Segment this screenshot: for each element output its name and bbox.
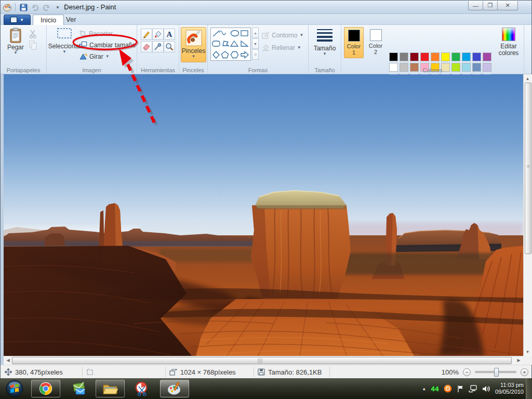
tray-time: 11:03 pm xyxy=(495,382,524,389)
redo-icon[interactable] xyxy=(42,3,51,12)
brushes-button[interactable]: Pinceles ▼ xyxy=(181,27,206,62)
paint-taskbar-icon xyxy=(167,381,182,396)
copy-icon[interactable] xyxy=(29,41,37,52)
size-lines-icon xyxy=(316,28,334,42)
windows-start-orb-icon xyxy=(6,380,23,397)
scroll-down-arrow[interactable]: ▼ xyxy=(524,348,531,356)
size-button[interactable]: Tamaño ▼ xyxy=(313,28,337,56)
tray-temperature-monitor[interactable]: 44 xyxy=(431,385,439,393)
tab-ver[interactable]: Ver xyxy=(59,14,84,25)
zoom-in-button[interactable]: + xyxy=(521,368,528,376)
color1-button[interactable]: Color1 xyxy=(344,27,364,58)
vertical-scrollbar[interactable]: ▲ ≡ ▼ xyxy=(523,74,532,365)
crop-button[interactable]: Recortar xyxy=(79,30,113,37)
crop-icon xyxy=(79,30,87,37)
color-picker-tool[interactable] xyxy=(152,41,164,52)
desktop: ▼ Desert.jpg - Paint — ❐ ✕ ▼ Inicio Ver xyxy=(0,0,532,399)
rotate-dropdown-icon: ▼ xyxy=(105,55,110,59)
scroll-right-arrow[interactable]: ▶ xyxy=(515,356,523,364)
taskbar-explorer-button[interactable] xyxy=(96,380,125,397)
qat-separator xyxy=(15,3,16,11)
taskbar-paint-button[interactable] xyxy=(160,380,189,397)
status-bar: 380, 475píxeles 1024 × 768píxeles Tamaño… xyxy=(1,365,531,378)
scroll-left-arrow[interactable]: ◀ xyxy=(4,356,12,364)
cursor-position-icon xyxy=(5,368,12,376)
application-menu-button[interactable]: ▼ xyxy=(4,15,31,25)
magnifier-tool[interactable] xyxy=(164,41,175,52)
close-button[interactable]: ✕ xyxy=(497,1,518,10)
customize-qat-dropdown-icon[interactable]: ▼ xyxy=(53,3,62,12)
outline-button[interactable]: Contorno ▼ xyxy=(262,31,303,39)
taskbar-snipping-tool-button[interactable] xyxy=(128,380,157,397)
color1-swatch xyxy=(348,30,360,42)
tray-clock[interactable]: 11:03 pm 09/05/2010 xyxy=(495,382,524,395)
eraser-tool[interactable] xyxy=(141,41,152,52)
scroll-up-arrow[interactable]: ▲ xyxy=(524,75,531,83)
desert-image xyxy=(4,74,523,356)
resize-icon xyxy=(79,41,87,49)
pencil-icon xyxy=(142,30,151,38)
group-herramientas: A Herramientas xyxy=(137,25,179,74)
mail-icon xyxy=(71,381,87,396)
taskbar-mail-button[interactable] xyxy=(64,380,94,397)
color2-swatch xyxy=(370,29,382,41)
tray-volume-icon[interactable] xyxy=(482,385,490,393)
fill-shape-icon xyxy=(262,44,270,51)
select-button[interactable]: Seleccionar ▼ xyxy=(50,28,79,54)
zoom-slider-thumb[interactable] xyxy=(494,368,499,377)
vertical-scroll-thumb[interactable]: ≡ xyxy=(525,83,531,254)
horizontal-scrollbar[interactable]: ◀ ||| ▶ xyxy=(4,356,523,365)
tray-action-center-flag-icon[interactable] xyxy=(457,385,464,393)
shapes-scroll-up[interactable]: ▲ xyxy=(252,28,259,38)
shapes-more-button[interactable]: ⍗ xyxy=(252,49,259,60)
select-dropdown-icon: ▼ xyxy=(62,50,66,54)
save-icon[interactable] xyxy=(19,3,28,12)
fill-shape-dropdown-icon: ▼ xyxy=(297,46,301,50)
app-menu-arrow-icon: ▼ xyxy=(20,18,24,22)
paste-button[interactable]: Pegar ▼ xyxy=(5,28,26,55)
window-title: Desert.jpg - Paint xyxy=(64,3,116,11)
rotate-button[interactable]: Girar ▼ xyxy=(79,52,110,60)
taskbar-chrome-button[interactable] xyxy=(31,380,60,397)
palette-color-swatch[interactable] xyxy=(410,52,419,61)
pencil-tool[interactable] xyxy=(141,29,152,40)
undo-icon[interactable] xyxy=(30,3,39,12)
selection-size-icon xyxy=(86,368,94,376)
palette-color-swatch[interactable] xyxy=(451,52,460,61)
horizontal-scroll-thumb[interactable]: ||| xyxy=(12,357,512,364)
palette-color-swatch[interactable] xyxy=(420,52,429,61)
fill-shape-button[interactable]: Rellenar ▼ xyxy=(262,44,301,51)
tray-expand-icon[interactable]: ▲ xyxy=(422,387,426,391)
start-button[interactable] xyxy=(2,380,27,397)
minimize-button[interactable]: — xyxy=(468,1,483,10)
tray-avast-icon[interactable] xyxy=(444,384,452,393)
palette-color-swatch[interactable] xyxy=(483,52,491,61)
palette-color-swatch[interactable] xyxy=(389,52,398,61)
color2-button[interactable]: Color2 xyxy=(366,27,385,58)
restore-button[interactable]: ❐ xyxy=(483,1,498,10)
cut-icon[interactable] xyxy=(29,29,38,41)
tray-network-icon[interactable] xyxy=(469,385,477,393)
zoom-slider[interactable] xyxy=(475,371,516,373)
palette-color-swatch[interactable] xyxy=(462,52,471,61)
edit-colors-button[interactable]: Editar colores xyxy=(495,28,522,57)
shapes-grid[interactable] xyxy=(210,28,251,61)
resize-button[interactable]: Cambiar tamaño xyxy=(79,41,136,49)
show-desktop-button[interactable] xyxy=(526,378,532,399)
palette-color-swatch[interactable] xyxy=(472,52,481,61)
brush-icon xyxy=(185,29,203,47)
shapes-scroll-down[interactable]: ▼ xyxy=(252,38,259,49)
palette-color-swatch[interactable] xyxy=(431,52,440,61)
text-tool[interactable]: A xyxy=(164,29,175,40)
quick-access-toolbar: ▼ xyxy=(3,2,67,12)
group-formas: ▲ ▼ ⍗ Contorno ▼ Rellenar ▼ Formas xyxy=(208,25,309,74)
fill-tool[interactable] xyxy=(152,29,164,40)
magnifier-icon xyxy=(165,43,174,51)
paint-logo-icon xyxy=(3,3,12,12)
canvas[interactable] xyxy=(4,74,523,356)
outline-icon xyxy=(262,31,270,39)
group-imagen: Seleccionar ▼ Recortar Cambiar tamaño Gi… xyxy=(47,25,137,74)
zoom-out-button[interactable]: − xyxy=(463,368,471,376)
palette-color-swatch[interactable] xyxy=(400,52,408,61)
palette-color-swatch[interactable] xyxy=(441,52,450,61)
